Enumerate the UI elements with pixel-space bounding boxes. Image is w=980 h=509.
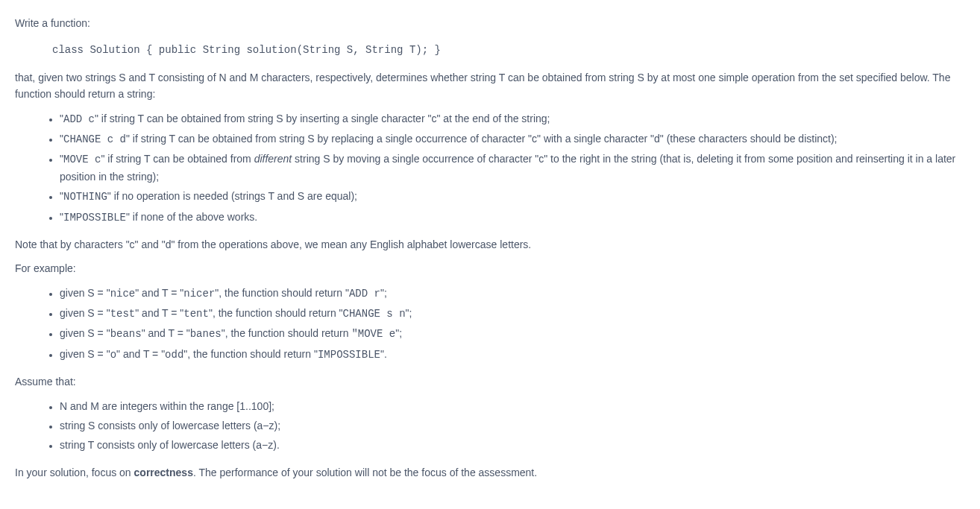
op-move: "MOVE c" if string T can be obtained fro… (60, 151, 965, 185)
operations-list: "ADD c" if string T can be obtained from… (15, 110, 965, 226)
assume-intro: Assume that: (15, 373, 965, 390)
example-4: given S = "o" and T = "odd", the functio… (60, 346, 965, 363)
example-2: given S = "test" and T = "tent", the fun… (60, 305, 965, 322)
assumption-2: string S consists only of lowercase lett… (60, 417, 965, 434)
examples-list: given S = "nice" and T = "nicer", the fu… (15, 285, 965, 364)
footer-text: In your solution, focus on correctness. … (15, 464, 965, 481)
correctness-bold: correctness (134, 467, 193, 478)
example-1: given S = "nice" and T = "nicer", the fu… (60, 285, 965, 302)
assumption-3: string T consists only of lowercase lett… (60, 437, 965, 453)
description-text: that, given two strings S and T consisti… (15, 69, 965, 103)
assumptions-list: N and M are integers within the range [1… (15, 398, 965, 454)
change-code: CHANGE c d (63, 133, 126, 145)
impossible-code: IMPOSSIBLE (63, 212, 126, 224)
op-nothing: "NOTHING" if no operation is needed (str… (60, 188, 965, 205)
problem-statement: Write a function: class Solution { publi… (15, 15, 965, 481)
nothing-code: NOTHING (63, 191, 107, 203)
move-code: MOVE c (63, 154, 101, 165)
op-change: "CHANGE c d" if string T can be obtained… (60, 130, 965, 148)
different-italic: different (254, 153, 292, 165)
example-intro: For example: (15, 260, 965, 276)
example-3: given S = "beans" and T = "banes", the f… (60, 325, 965, 342)
op-impossible: "IMPOSSIBLE" if none of the above works. (60, 209, 965, 226)
add-code: ADD c (63, 113, 95, 125)
op-add: "ADD c" if string T can be obtained from… (60, 110, 965, 127)
note-text: Note that by characters "c" and "d" from… (15, 236, 965, 253)
function-signature: class Solution { public String solution(… (52, 42, 965, 58)
intro-text: Write a function: (15, 15, 965, 31)
assumption-1: N and M are integers within the range [1… (60, 398, 965, 414)
